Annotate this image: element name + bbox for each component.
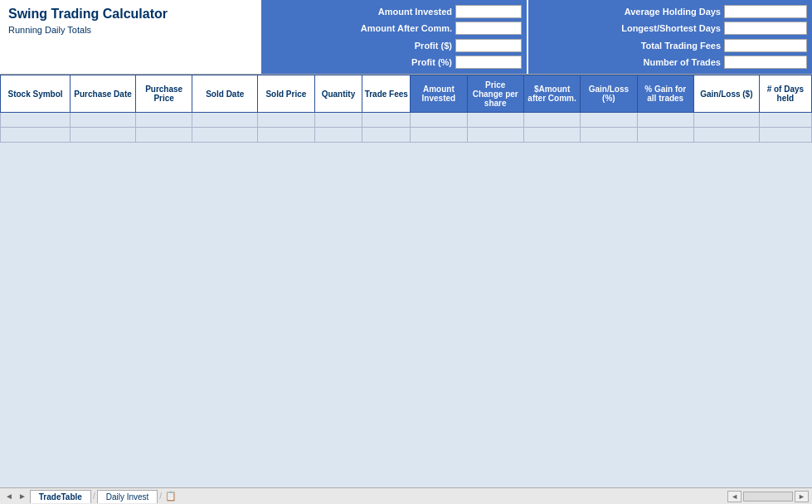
horizontal-scrollbar: ◄ ► xyxy=(727,491,809,502)
right-stat-row-2: Total Trading Fees xyxy=(533,39,807,52)
right-stat-label-2: Total Trading Fees xyxy=(605,41,721,51)
col-header-stock-symbol: Stock Symbol xyxy=(1,75,71,113)
table-cell[interactable] xyxy=(135,113,192,128)
table-cell[interactable] xyxy=(467,113,523,128)
profit-dollar-input[interactable] xyxy=(455,39,522,52)
table-cell[interactable] xyxy=(192,128,258,143)
table-row[interactable] xyxy=(1,113,812,128)
top-section: Swing Trading Calculator Running Daily T… xyxy=(0,0,812,75)
main-container: Swing Trading Calculator Running Daily T… xyxy=(0,0,812,504)
total-trading-fees-input[interactable] xyxy=(724,39,807,52)
col-header-sold-date: Sold Date xyxy=(192,75,258,113)
tab-daily-invest[interactable]: Daily Invest xyxy=(97,490,158,503)
stat-label-3: Profit (%) xyxy=(344,57,452,67)
table-wrapper: Stock Symbol Purchase Date Purchase Pric… xyxy=(0,75,812,487)
table-cell[interactable] xyxy=(135,128,192,143)
table-cell[interactable] xyxy=(411,113,467,128)
stat-row-0: Amount Invested xyxy=(266,5,522,18)
col-header-price-change: Price Change per share xyxy=(467,75,523,113)
app-title: Swing Trading Calculator xyxy=(8,7,253,22)
avg-holding-days-input[interactable] xyxy=(724,5,807,18)
right-stat-row-0: Average Holding Days xyxy=(533,5,807,18)
col-header-pct-gain: % Gain for all trades xyxy=(637,75,693,113)
col-header-amount-invested: Amount Invested xyxy=(411,75,467,113)
stat-row-1: Amount After Comm. xyxy=(266,22,522,35)
table-cell[interactable] xyxy=(258,113,314,128)
table-cell[interactable] xyxy=(693,128,759,143)
table-cell[interactable] xyxy=(362,113,411,128)
stat-label-0: Amount Invested xyxy=(344,7,452,17)
col-header-purchase-date: Purchase Date xyxy=(71,75,136,113)
tab-divider-2: / xyxy=(159,492,162,501)
col-header-amount-after-comm: $Amount after Comm. xyxy=(523,75,580,113)
col-header-trade-fees: Trade Fees xyxy=(362,75,411,113)
table-cell[interactable] xyxy=(693,113,759,128)
col-header-gain-loss: Gain/Loss (%) xyxy=(581,75,637,113)
right-stat-label-3: Number of Trades xyxy=(605,57,721,67)
amount-after-comm-input[interactable] xyxy=(455,22,522,35)
tab-trade-table[interactable]: TradeTable xyxy=(30,490,91,503)
table-cell[interactable] xyxy=(192,113,258,128)
middle-stats: Amount Invested Amount After Comm. Profi… xyxy=(261,0,527,74)
table-cell[interactable] xyxy=(637,113,693,128)
app-subtitle: Running Daily Totals xyxy=(8,25,253,35)
tab-divider-1: / xyxy=(93,492,95,501)
stat-row-3: Profit (%) xyxy=(266,56,522,69)
table-cell[interactable] xyxy=(411,128,467,143)
stat-label-1: Amount After Comm. xyxy=(344,23,452,33)
right-stat-label-1: Longest/Shortest Days xyxy=(605,23,721,33)
amount-invested-input[interactable] xyxy=(455,5,522,18)
data-area xyxy=(0,143,812,487)
table-cell[interactable] xyxy=(637,128,693,143)
table-header-row: Stock Symbol Purchase Date Purchase Pric… xyxy=(1,75,812,113)
number-of-trades-input[interactable] xyxy=(724,56,807,69)
col-header-quantity: Quantity xyxy=(314,75,362,113)
col-header-gain-loss-dollar: Gain/Loss ($) xyxy=(693,75,759,113)
tab-scroll-right-icon[interactable]: ► xyxy=(17,492,28,501)
longest-shortest-days-input[interactable] xyxy=(724,22,807,35)
scroll-left-btn[interactable]: ◄ xyxy=(727,491,741,502)
sheet-icon: 📋 xyxy=(165,491,177,502)
table-row[interactable] xyxy=(1,128,812,143)
right-stat-row-3: Number of Trades xyxy=(533,56,807,69)
table-cell[interactable] xyxy=(314,128,362,143)
right-stat-row-1: Longest/Shortest Days xyxy=(533,22,807,35)
profit-pct-input[interactable] xyxy=(455,56,522,69)
table-cell[interactable] xyxy=(362,128,411,143)
data-table: Stock Symbol Purchase Date Purchase Pric… xyxy=(0,75,812,143)
table-cell[interactable] xyxy=(71,113,136,128)
col-header-sold-price: Sold Price xyxy=(258,75,314,113)
right-stats: Average Holding Days Longest/Shortest Da… xyxy=(527,0,812,74)
table-cell[interactable] xyxy=(1,113,71,128)
table-cell[interactable] xyxy=(71,128,136,143)
title-area: Swing Trading Calculator Running Daily T… xyxy=(0,0,261,74)
table-cell[interactable] xyxy=(759,113,811,128)
col-header-purchase-price: Purchase Price xyxy=(135,75,192,113)
right-stat-label-0: Average Holding Days xyxy=(605,7,721,17)
table-cell[interactable] xyxy=(523,128,580,143)
col-header-days-held: # of Days held xyxy=(759,75,811,113)
tab-scroll-left-icon[interactable]: ◄ xyxy=(3,492,15,501)
table-cell[interactable] xyxy=(759,128,811,143)
scroll-right-btn[interactable]: ► xyxy=(795,491,809,502)
stat-row-2: Profit ($) xyxy=(266,39,522,52)
table-cell[interactable] xyxy=(581,128,637,143)
table-body xyxy=(1,113,812,143)
scroll-track[interactable] xyxy=(743,492,793,502)
table-cell[interactable] xyxy=(523,113,580,128)
table-cell[interactable] xyxy=(581,113,637,128)
table-cell[interactable] xyxy=(314,113,362,128)
stat-label-2: Profit ($) xyxy=(344,41,452,51)
table-cell[interactable] xyxy=(467,128,523,143)
table-cell[interactable] xyxy=(1,128,71,143)
table-cell[interactable] xyxy=(258,128,314,143)
bottom-bar: ◄ ► TradeTable / Daily Invest / 📋 ◄ ► xyxy=(0,487,812,504)
